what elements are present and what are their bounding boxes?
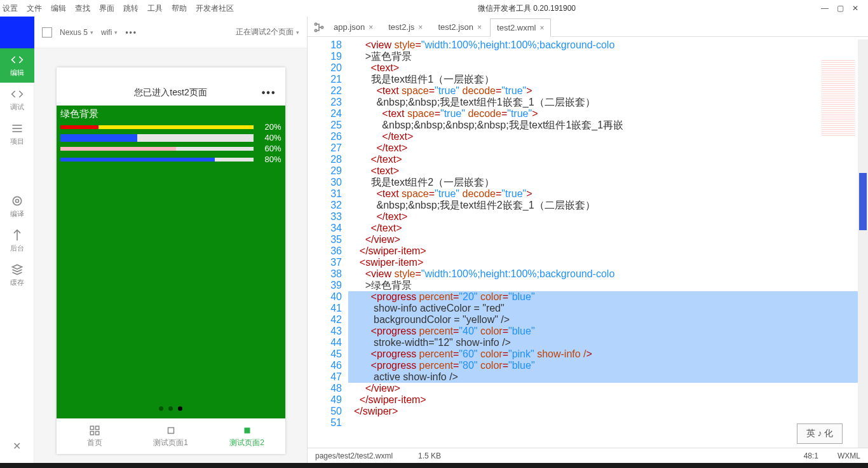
progress-percent: 20% bbox=[256, 122, 281, 132]
editor-column: app.json× test2.js× test2.json× test2.wx… bbox=[308, 17, 868, 463]
close-icon[interactable]: × bbox=[539, 24, 544, 32]
tab-label: 首页 bbox=[87, 437, 102, 448]
file-tab[interactable]: test2.json× bbox=[431, 18, 489, 36]
tab-test2[interactable]: 测试页面2 bbox=[209, 419, 285, 454]
menu-icon bbox=[11, 122, 24, 135]
sidebar-label: 编辑 bbox=[10, 68, 24, 78]
structure-icon[interactable] bbox=[313, 21, 325, 34]
menu-item[interactable]: 编辑 bbox=[51, 3, 66, 14]
line-gutter: 1819202122232425262728293031323334353637… bbox=[308, 37, 348, 448]
debug-status[interactable]: 正在调试2个页面▾ bbox=[236, 27, 299, 38]
swiper-indicator bbox=[58, 406, 284, 417]
sidebar-item-debug[interactable]: 调试 bbox=[0, 83, 34, 117]
svg-rect-11 bbox=[244, 428, 250, 434]
os-taskbar bbox=[0, 463, 868, 468]
tab-label: 测试页面2 bbox=[229, 437, 264, 448]
scrollbar-thumb[interactable] bbox=[859, 173, 867, 230]
chevron-down-icon: ▾ bbox=[114, 29, 118, 36]
sidebar-label: 调试 bbox=[10, 102, 24, 112]
sidebar-item-edit[interactable]: 编辑 bbox=[0, 48, 34, 83]
chevron-down-icon: ▾ bbox=[90, 29, 93, 36]
close-icon[interactable]: × bbox=[418, 23, 423, 32]
status-lang: WXML bbox=[837, 451, 860, 460]
file-tab[interactable]: test2.js× bbox=[381, 18, 430, 36]
sidebar-label: 项目 bbox=[10, 137, 24, 146]
sidebar-item-background[interactable]: 后台 bbox=[0, 224, 34, 258]
sidebar-item-project[interactable]: 项目 bbox=[0, 117, 34, 151]
svg-point-12 bbox=[315, 23, 316, 25]
progress-row: 20% bbox=[58, 121, 284, 132]
minimize-icon[interactable]: — bbox=[820, 3, 830, 13]
phone-statusbar bbox=[57, 67, 285, 80]
phone-tabbar: 首页 测试页面1 测试页面2 bbox=[57, 418, 285, 454]
tab-home[interactable]: 首页 bbox=[57, 419, 133, 454]
progress-row: 60% bbox=[58, 143, 284, 154]
menu-item[interactable]: 界面 bbox=[99, 3, 114, 14]
svg-rect-8 bbox=[90, 432, 93, 435]
simulator-toolbar: Nexus 5▾ wifi▾ ••• 正在调试2个页面▾ bbox=[34, 17, 307, 48]
sidebar-item-close[interactable]: ✕ bbox=[0, 429, 34, 463]
more-icon[interactable]: ••• bbox=[125, 28, 137, 37]
close-icon[interactable]: ✕ bbox=[850, 3, 860, 13]
svg-rect-10 bbox=[168, 428, 173, 434]
watermark-stamp: 英 ♪ 化 bbox=[797, 423, 843, 444]
sidebar-item-cache[interactable]: 缓存 bbox=[0, 258, 34, 292]
svg-point-3 bbox=[13, 196, 21, 205]
background-icon bbox=[11, 229, 24, 242]
status-path: pages/test2/test2.wxml bbox=[315, 451, 393, 460]
menu-bar: 设置 文件 编辑 查找 界面 跳转 工具 帮助 开发者社区 微信开发者工具 0.… bbox=[0, 0, 868, 17]
sidebar-label: 编译 bbox=[10, 209, 24, 219]
phone-navbar: 您已进入test2页面 ••• bbox=[57, 80, 285, 106]
editor-statusbar: pages/test2/test2.wxml 1.5 KB 48:1 WXML bbox=[308, 448, 868, 463]
svg-rect-9 bbox=[95, 432, 98, 435]
status-cursor: 48:1 bbox=[804, 451, 818, 460]
progress-row: 80% bbox=[58, 154, 284, 165]
svg-rect-6 bbox=[90, 426, 93, 429]
progress-percent: 40% bbox=[256, 133, 281, 142]
svg-point-14 bbox=[321, 26, 323, 28]
menu-item[interactable]: 跳转 bbox=[123, 3, 139, 14]
simulator-column: Nexus 5▾ wifi▾ ••• 正在调试2个页面▾ 您已进入test2页面… bbox=[34, 17, 308, 463]
page-title: 您已进入test2页面 bbox=[134, 87, 207, 99]
tab-label: 测试页面1 bbox=[153, 437, 188, 448]
progress-percent: 60% bbox=[256, 144, 281, 153]
menu-item[interactable]: 设置 bbox=[3, 3, 18, 14]
file-tab[interactable]: test2.wxml× bbox=[490, 18, 551, 37]
cache-icon bbox=[11, 263, 24, 276]
left-sidebar: 编辑 调试 项目 编译 后台 缓存 ✕ bbox=[0, 17, 34, 463]
file-tab[interactable]: app.json× bbox=[327, 18, 380, 36]
compile-icon bbox=[11, 195, 24, 207]
menu-item[interactable]: 工具 bbox=[147, 3, 163, 14]
status-size: 1.5 KB bbox=[418, 451, 441, 460]
sidebar-item-compile[interactable]: 编译 bbox=[0, 189, 34, 224]
svg-rect-7 bbox=[95, 426, 98, 429]
progress-percent: 80% bbox=[256, 155, 281, 164]
code-editor[interactable]: 1819202122232425262728293031323334353637… bbox=[308, 37, 868, 448]
svg-point-13 bbox=[315, 29, 316, 31]
device-rotate-icon[interactable] bbox=[42, 27, 52, 38]
network-select[interactable]: wifi▾ bbox=[101, 28, 118, 37]
more-icon[interactable]: ••• bbox=[262, 87, 276, 99]
code-body[interactable]: <view style="width:100%;height:100%;back… bbox=[348, 37, 868, 448]
page-caption: 绿色背景 bbox=[58, 107, 284, 121]
phone-content: 绿色背景 20%40%60%80% bbox=[57, 106, 285, 418]
editor-tabbar: app.json× test2.js× test2.json× test2.wx… bbox=[308, 17, 868, 37]
menu-item[interactable]: 开发者社区 bbox=[196, 3, 234, 14]
menu-item[interactable]: 查找 bbox=[75, 3, 90, 14]
sidebar-label: 缓存 bbox=[10, 278, 24, 287]
menu-item[interactable]: 文件 bbox=[27, 3, 42, 14]
menu-item[interactable]: 帮助 bbox=[172, 3, 187, 14]
chevron-down-icon: ▾ bbox=[296, 29, 299, 36]
close-icon[interactable]: × bbox=[477, 23, 482, 32]
grid-icon bbox=[89, 425, 100, 436]
close-icon: ✕ bbox=[13, 440, 21, 452]
chip-icon bbox=[241, 425, 253, 436]
vertical-scrollbar[interactable] bbox=[858, 39, 868, 448]
minimap[interactable] bbox=[821, 60, 855, 136]
app-logo bbox=[0, 17, 34, 48]
tab-test1[interactable]: 测试页面1 bbox=[133, 419, 209, 454]
close-icon[interactable]: × bbox=[369, 23, 373, 32]
maximize-icon[interactable]: ▢ bbox=[835, 3, 845, 13]
device-select[interactable]: Nexus 5▾ bbox=[60, 28, 93, 37]
code-icon bbox=[11, 53, 24, 66]
